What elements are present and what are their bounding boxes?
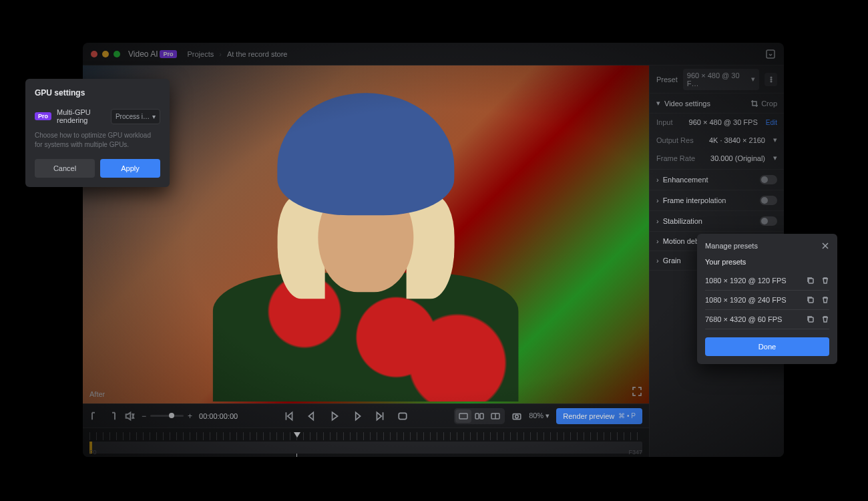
- apply-button[interactable]: Apply: [100, 159, 160, 178]
- chevron-down-icon: ▾: [773, 136, 777, 144]
- pro-badge: Pro: [35, 112, 51, 120]
- mute-icon[interactable]: [124, 411, 135, 422]
- zoom-percent[interactable]: 80% ▾: [529, 411, 550, 420]
- chevron-down-icon: ▾: [773, 154, 777, 162]
- svg-rect-12: [809, 298, 813, 303]
- popover-title: Manage presets: [705, 242, 821, 250]
- maximize-icon[interactable]: [114, 51, 120, 57]
- svg-rect-1: [399, 413, 406, 419]
- frame-interpolation-toggle[interactable]: [760, 196, 777, 205]
- compare-mode-segment: [454, 408, 505, 424]
- input-field: Input 960 × 480 @ 30 FPS Edit: [650, 114, 784, 131]
- svg-point-7: [515, 415, 519, 418]
- stabilization-section[interactable]: › Stabilization: [650, 211, 784, 232]
- chevron-down-icon: ▾: [656, 99, 660, 108]
- chevron-down-icon: ▾: [546, 411, 550, 420]
- svg-point-10: [771, 81, 772, 82]
- stabilization-toggle[interactable]: [760, 216, 777, 226]
- timeline-start-label: F0: [89, 449, 97, 456]
- timeline-ruler[interactable]: [89, 432, 642, 440]
- fullscreen-icon[interactable]: [632, 386, 642, 397]
- zoom-slider[interactable]: [150, 415, 184, 417]
- chevron-right-icon: ›: [656, 176, 659, 184]
- frame-interpolation-section[interactable]: › Frame interpolation: [650, 190, 784, 211]
- copy-icon[interactable]: [807, 315, 815, 323]
- enhancement-section[interactable]: › Enhancement: [650, 170, 784, 190]
- output-res-field[interactable]: Output Res 4K · 3840 × 2160 ▾: [650, 131, 784, 149]
- breadcrumb-item[interactable]: At the record store: [227, 50, 288, 58]
- zoom-control[interactable]: − +: [142, 411, 192, 421]
- titlebar: Video AI Pro Projects › At the record st…: [83, 43, 784, 65]
- preset-item: 1080 × 1920 @ 240 FPS: [705, 291, 829, 310]
- snapshot-icon[interactable]: [511, 411, 522, 422]
- step-back-icon[interactable]: [306, 411, 317, 422]
- skip-end-icon[interactable]: [375, 411, 385, 422]
- preset-menu-button[interactable]: [765, 73, 777, 86]
- skip-start-icon[interactable]: [284, 411, 294, 422]
- zoom-out-icon[interactable]: −: [142, 411, 146, 421]
- mark-in-icon[interactable]: [89, 411, 100, 422]
- loop-icon[interactable]: [397, 411, 408, 422]
- copy-icon[interactable]: [807, 296, 815, 304]
- chevron-right-icon: ›: [656, 217, 659, 225]
- edit-link[interactable]: Edit: [766, 119, 777, 126]
- export-icon[interactable]: [765, 49, 776, 59]
- preset-select[interactable]: 960 × 480 @ 30 F… ▾: [683, 69, 759, 90]
- minimize-icon[interactable]: [102, 51, 109, 57]
- svg-rect-2: [459, 413, 467, 419]
- process-select[interactable]: Process i… ▾: [111, 109, 160, 124]
- main-area: After − + 00:00:00:00: [83, 65, 784, 457]
- compare-split-icon[interactable]: [471, 409, 487, 423]
- preset-row: Preset 960 × 480 @ 30 F… ▾: [650, 65, 784, 94]
- window-controls: [91, 51, 120, 57]
- svg-rect-13: [809, 317, 813, 322]
- chevron-right-icon: ›: [656, 257, 659, 265]
- chevron-down-icon: ▾: [751, 75, 755, 84]
- keyboard-hint: ⌘ • P: [618, 412, 636, 420]
- preset-item: 7680 × 4320 @ 60 FPS: [705, 310, 829, 329]
- timeline[interactable]: F0 F347: [83, 428, 649, 457]
- pro-badge: Pro: [160, 50, 176, 58]
- delete-icon[interactable]: [821, 277, 829, 285]
- preset-name: 1080 × 1920 @ 240 FPS: [705, 296, 807, 304]
- frame-rate-field[interactable]: Frame Rate 30.000 (Original) ▾: [650, 149, 784, 170]
- compare-side-icon[interactable]: [487, 409, 503, 423]
- transport-bar: − + 00:00:00:00: [83, 403, 649, 428]
- setting-label: Multi-GPU rendering: [57, 108, 105, 124]
- preset-label: Preset: [656, 75, 678, 84]
- svg-rect-11: [809, 279, 813, 283]
- chevron-down-icon: ▾: [152, 113, 156, 120]
- video-settings-header[interactable]: ▾ Video settings Crop: [650, 94, 784, 114]
- copy-icon[interactable]: [807, 277, 815, 285]
- close-icon[interactable]: [821, 242, 829, 250]
- after-label: After: [89, 390, 105, 398]
- app-name: Video AI: [128, 49, 158, 59]
- timeline-end-label: F347: [628, 449, 642, 456]
- step-forward-icon[interactable]: [352, 411, 363, 422]
- modal-title: GPU settings: [35, 88, 160, 98]
- compare-single-icon[interactable]: [455, 409, 471, 423]
- svg-rect-0: [767, 50, 775, 58]
- render-preview-button[interactable]: Render preview ⌘ • P: [556, 408, 642, 424]
- close-icon[interactable]: [91, 51, 97, 57]
- delete-icon[interactable]: [821, 315, 829, 323]
- help-text: Choose how to optimize GPU workload for …: [35, 131, 160, 150]
- zoom-in-icon[interactable]: +: [188, 411, 192, 421]
- play-icon[interactable]: [329, 411, 340, 422]
- preset-name: 7680 × 4320 @ 60 FPS: [705, 315, 807, 323]
- svg-point-9: [771, 79, 772, 80]
- app-window: Video AI Pro Projects › At the record st…: [83, 43, 784, 457]
- breadcrumb-root[interactable]: Projects: [188, 50, 214, 58]
- enhancement-toggle[interactable]: [760, 175, 777, 184]
- crop-icon[interactable]: Crop: [750, 100, 777, 108]
- chevron-right-icon: ›: [656, 196, 659, 204]
- delete-icon[interactable]: [821, 296, 829, 304]
- cancel-button[interactable]: Cancel: [35, 159, 95, 178]
- mark-out-icon[interactable]: [107, 411, 118, 422]
- chevron-right-icon: ›: [219, 50, 222, 58]
- breadcrumb: Projects › At the record store: [188, 50, 288, 58]
- done-button[interactable]: Done: [705, 337, 829, 356]
- preset-name: 1080 × 1920 @ 120 FPS: [705, 277, 807, 285]
- playhead[interactable]: [294, 432, 300, 438]
- chevron-right-icon: ›: [656, 237, 659, 245]
